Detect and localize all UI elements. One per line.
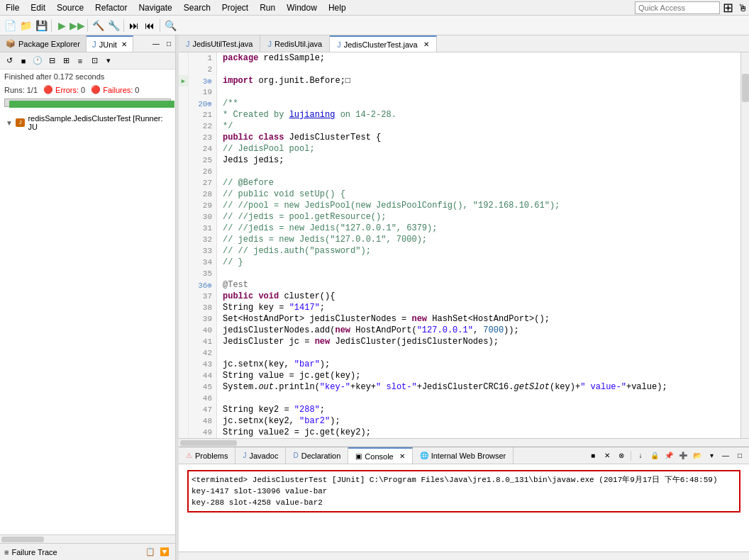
code-line-29: // //pool = new JedisPool(new JedisPoolC… bbox=[223, 200, 735, 211]
maximize-bottom-btn[interactable]: □ bbox=[733, 449, 746, 462]
tab-declaration[interactable]: D Declaration bbox=[286, 447, 348, 464]
toolbar-next-btn[interactable]: ⏭ bbox=[127, 18, 141, 33]
menu-window[interactable]: Window bbox=[281, 1, 323, 14]
perspective-btn[interactable]: ⊞ bbox=[720, 0, 736, 16]
toolbar-sep3 bbox=[123, 19, 124, 32]
minimize-bottom-btn[interactable]: — bbox=[719, 449, 732, 462]
toolbar-prev-btn[interactable]: ⏮ bbox=[143, 18, 157, 33]
toolbar: 📄 📁 💾 ▶ ▶▶ 🔨 🔧 ⏭ ⏮ 🔍 bbox=[0, 16, 749, 35]
failure-trace-filter-btn[interactable]: 🔽 bbox=[158, 546, 171, 559]
linenum-27: 27 bbox=[189, 177, 216, 189]
toolbar-sep1 bbox=[51, 19, 52, 32]
menu-refactor[interactable]: Refactor bbox=[89, 1, 133, 14]
toolbar-search-btn[interactable]: 🔍 bbox=[163, 18, 177, 33]
junit-rerun-btn[interactable]: ↺ bbox=[3, 55, 16, 67]
toolbar-clean-btn[interactable]: 🔧 bbox=[106, 18, 121, 33]
tab-problems[interactable]: ⚠ Problems bbox=[179, 447, 235, 464]
browser-icon: 🌐 bbox=[420, 452, 428, 459]
failures-label: Failures: bbox=[103, 86, 133, 94]
code-line-36: @Test bbox=[223, 279, 735, 291]
toolbar-new-btn[interactable]: 📄 bbox=[3, 18, 17, 33]
console-pin-btn[interactable]: 📌 bbox=[662, 449, 675, 462]
linenum-25: 25 bbox=[189, 155, 216, 166]
test-suite-icon: J bbox=[16, 118, 26, 127]
maximize-btn[interactable]: □ bbox=[162, 38, 175, 50]
console-stop-btn[interactable]: ✕ bbox=[601, 449, 614, 462]
failure-trace-copy-btn[interactable]: 📋 bbox=[144, 546, 157, 559]
junit-stop-btn[interactable]: ■ bbox=[17, 55, 30, 67]
failures-stat: 🔴 Failures: 0 bbox=[91, 85, 139, 94]
code-h-scroll-thumb[interactable] bbox=[180, 440, 237, 446]
bottom-h-scroll[interactable] bbox=[179, 551, 749, 560]
menu-search[interactable]: Search bbox=[178, 1, 216, 14]
code-content[interactable]: package redisSample; import org.junit.Be… bbox=[217, 52, 740, 438]
menu-edit[interactable]: Edit bbox=[25, 1, 51, 14]
minimize-btn[interactable]: — bbox=[150, 38, 162, 50]
editor-tab-jedisclustertest[interactable]: J JedisClusterTest.java ✕ bbox=[330, 35, 436, 52]
test-item-label: redisSample.JedisClusterTest [Runner: JU bbox=[28, 114, 170, 131]
linenum-29: 29 bbox=[189, 200, 216, 211]
code-line-32: // jedis = new Jedis("127.0.0.1", 7000); bbox=[223, 234, 735, 245]
tab-console-close[interactable]: ✕ bbox=[399, 452, 405, 460]
failure-trace-controls: 📋 🔽 bbox=[144, 546, 171, 559]
toolbar-save-btn[interactable]: 💾 bbox=[34, 18, 48, 33]
test-item-root[interactable]: ▼ J redisSample.JedisClusterTest [Runner… bbox=[3, 113, 172, 133]
tab-javadoc-label: Javadoc bbox=[249, 452, 278, 460]
code-line-22: */ bbox=[223, 121, 735, 132]
junit-layout-btn[interactable]: ⊡ bbox=[88, 55, 101, 67]
console-clear-btn[interactable]: ■ bbox=[587, 449, 599, 462]
console-scroll-lock-btn[interactable]: 🔒 bbox=[648, 449, 661, 462]
junit-history-btn[interactable]: 🕐 bbox=[31, 55, 44, 67]
code-line-39: Set<HostAndPort> jedisClusterNodes = new… bbox=[223, 313, 735, 325]
junit-collapse-btn[interactable]: ⊟ bbox=[45, 55, 58, 67]
java-file-icon-1: J bbox=[186, 40, 190, 48]
console-view-btn[interactable]: ▾ bbox=[705, 449, 718, 462]
tab-console[interactable]: ▣ Console ✕ bbox=[348, 447, 412, 464]
v-scroll-thumb[interactable] bbox=[742, 74, 749, 102]
progress-bar bbox=[9, 101, 174, 108]
linenum-24: 24 bbox=[189, 143, 216, 155]
tab-close-icon[interactable]: ✕ bbox=[423, 40, 429, 48]
left-h-scroll[interactable] bbox=[0, 534, 175, 543]
toolbar-run-btn[interactable]: ▶▶ bbox=[70, 18, 84, 33]
runs-value: 1/1 bbox=[27, 86, 38, 94]
tab-junit[interactable]: J JUnit ✕ bbox=[87, 35, 133, 52]
junit-view-btn[interactable]: ▾ bbox=[102, 55, 115, 67]
v-scrollbar[interactable] bbox=[740, 52, 749, 438]
failure-trace-label: Failure Trace bbox=[11, 548, 57, 556]
editor-tab-jedisutiltest[interactable]: J JedisUtilTest.java bbox=[179, 35, 260, 52]
h-scroll-thumb[interactable] bbox=[1, 537, 44, 542]
console-scroll-end-btn[interactable]: ↓ bbox=[634, 449, 647, 462]
toolbar-open-btn[interactable]: 📁 bbox=[18, 18, 33, 33]
errors-value: 0 bbox=[81, 86, 85, 94]
junit-filter-btn[interactable]: ≡ bbox=[74, 55, 87, 67]
console-bordered-output: <terminated> JedisClusterTest [JUnit] C:… bbox=[187, 470, 740, 513]
open-perspective-btn[interactable]: 🖱 bbox=[736, 2, 749, 13]
menu-file[interactable]: File bbox=[0, 1, 25, 14]
linenum-20: 20⊕ bbox=[189, 98, 216, 109]
linenum-41: 41 bbox=[189, 336, 216, 347]
package-explorer-icon: 📦 bbox=[6, 39, 16, 48]
menu-source[interactable]: Source bbox=[51, 1, 89, 14]
tab-package-explorer[interactable]: 📦 Package Explorer bbox=[0, 35, 87, 52]
menu-help[interactable]: Help bbox=[323, 1, 352, 14]
tab-junit-close[interactable]: ✕ bbox=[121, 40, 127, 48]
console-stop2-btn[interactable]: ⊗ bbox=[615, 449, 628, 462]
code-line-30: // //jedis = pool.getResource(); bbox=[223, 211, 735, 223]
menu-project[interactable]: Project bbox=[216, 1, 254, 14]
toolbar-debug-btn[interactable]: ▶ bbox=[55, 18, 69, 33]
tab-internal-browser[interactable]: 🌐 Internal Web Browser bbox=[413, 447, 514, 464]
console-newconsole-btn[interactable]: ➕ bbox=[677, 449, 689, 462]
code-h-scroll[interactable] bbox=[179, 438, 749, 447]
menu-navigate[interactable]: Navigate bbox=[133, 1, 177, 14]
console-output-line1: key-1417 slot-13096 value-bar bbox=[192, 486, 736, 497]
linenum-47: 47 bbox=[189, 404, 216, 415]
code-line-37: public void cluster(){ bbox=[223, 291, 735, 302]
tab-javadoc[interactable]: J Javadoc bbox=[235, 447, 286, 464]
junit-expand-btn[interactable]: ⊞ bbox=[60, 55, 72, 67]
toolbar-build-btn[interactable]: 🔨 bbox=[91, 18, 105, 33]
quick-access-input[interactable] bbox=[635, 1, 720, 14]
console-open-btn[interactable]: 📂 bbox=[691, 449, 704, 462]
editor-tab-redisutil[interactable]: J RedisUtil.java bbox=[260, 35, 330, 52]
menu-run[interactable]: Run bbox=[254, 1, 281, 14]
